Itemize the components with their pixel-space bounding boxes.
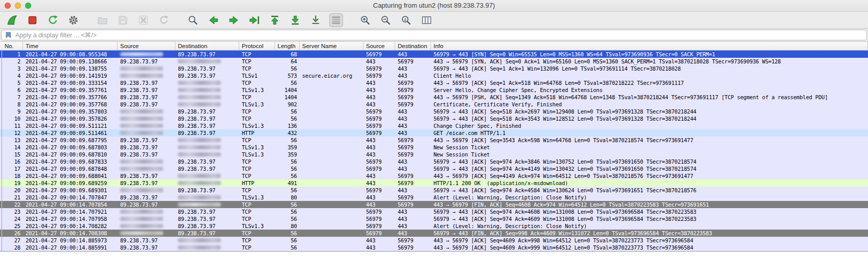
column-header-source[interactable]: Source bbox=[118, 42, 175, 50]
packet-row[interactable]: 262021-04-27 09:00:14.70830889.238.73.97… bbox=[0, 230, 868, 237]
packet-src-port: 443 bbox=[363, 144, 395, 151]
packet-time: 2021-04-27 09:00:09.689301 bbox=[23, 187, 118, 194]
packet-row[interactable]: 232021-04-27 09:00:14.70792189.238.73.97… bbox=[0, 208, 868, 215]
packet-source: 89.238.73.97 bbox=[118, 172, 175, 179]
capture-options-button[interactable] bbox=[66, 13, 80, 27]
packet-row[interactable]: 192021-04-27 09:00:09.68925989.238.73.97… bbox=[0, 179, 868, 187]
blurred-ip bbox=[120, 188, 163, 192]
packet-source: 89.238.73.97 bbox=[118, 194, 175, 201]
packet-info: Certificate, Certificate Verify, Finishe… bbox=[431, 101, 868, 108]
blurred-ip bbox=[178, 238, 221, 242]
related-packet-tick bbox=[0, 51, 4, 58]
packet-server-name bbox=[300, 101, 363, 108]
packet-row[interactable]: 212021-04-27 09:00:14.70784789.238.73.97… bbox=[0, 194, 868, 201]
packet-time: 2021-04-27 09:00:09.687795 bbox=[23, 137, 118, 144]
filter-bookmark-icon[interactable] bbox=[5, 31, 12, 39]
packet-no: 3 bbox=[0, 65, 23, 72]
column-header-source-port[interactable]: Source bbox=[363, 42, 395, 50]
packet-row[interactable]: 22021-04-27 09:00:09.13866689.238.73.97T… bbox=[0, 58, 868, 65]
packet-row[interactable]: 92021-04-27 09:00:09.35780389.238.73.97T… bbox=[0, 108, 868, 115]
go-to-packet-button[interactable] bbox=[247, 13, 261, 27]
related-packet-tick bbox=[0, 151, 4, 158]
packet-row[interactable]: 152021-04-27 09:00:09.68781089.238.73.97… bbox=[0, 151, 868, 158]
restart-capture-button[interactable] bbox=[46, 13, 60, 27]
packet-time: 2021-04-27 09:00:09.333154 bbox=[23, 79, 118, 86]
stop-capture-button[interactable] bbox=[26, 13, 39, 27]
packet-row[interactable]: 42021-04-27 09:00:09.14191989.238.73.97T… bbox=[0, 72, 868, 79]
packet-row[interactable]: 102021-04-27 09:00:09.35782689.238.73.97… bbox=[0, 115, 868, 122]
packet-protocol: TCP bbox=[239, 94, 275, 101]
packet-time: 2021-04-27 09:00:09.357826 bbox=[23, 115, 118, 122]
packet-destination: 89.238.73.97 bbox=[175, 208, 239, 215]
column-header-info[interactable]: Info bbox=[431, 42, 868, 50]
packet-row[interactable]: 12021-04-27 09:00:08.95534889.238.73.97T… bbox=[0, 51, 868, 58]
related-packet-tick bbox=[0, 230, 4, 237]
packet-row[interactable]: 282021-04-27 09:00:14.88599189.238.73.97… bbox=[0, 244, 868, 251]
auto-scroll-button[interactable] bbox=[309, 13, 323, 27]
packet-destination: 89.238.73.97 bbox=[175, 51, 239, 58]
packet-row[interactable]: 82021-04-27 09:00:09.35776889.238.73.97T… bbox=[0, 101, 868, 108]
packet-src-port: 443 bbox=[363, 237, 395, 244]
packet-row[interactable]: 162021-04-27 09:00:09.68783389.238.73.97… bbox=[0, 158, 868, 165]
related-packet-tick bbox=[0, 86, 4, 94]
zoom-button[interactable] bbox=[25, 3, 31, 9]
related-packet-tick bbox=[0, 58, 4, 65]
packet-info: 56979 → 443 [ACK] Seq=974 Ack=4609 Win=1… bbox=[431, 215, 868, 222]
go-forward-button[interactable] bbox=[227, 13, 241, 27]
packet-row[interactable]: 32021-04-27 09:00:09.13875589.238.73.97T… bbox=[0, 65, 868, 72]
arrow-right-icon bbox=[228, 14, 240, 26]
packet-server-name bbox=[300, 201, 363, 208]
blurred-ip bbox=[120, 224, 163, 228]
packet-protocol: TLSv1.3 bbox=[239, 122, 275, 129]
packet-row[interactable]: 52021-04-27 09:00:09.33315489.238.73.97T… bbox=[0, 79, 868, 86]
packet-protocol: TLSv1.3 bbox=[239, 101, 275, 108]
packet-row[interactable]: 62021-04-27 09:00:09.35776189.238.73.97T… bbox=[0, 86, 868, 94]
packet-row[interactable]: 132021-04-27 09:00:09.68779589.238.73.97… bbox=[0, 137, 868, 144]
column-header-protocol[interactable]: Protocol bbox=[239, 42, 275, 50]
packet-row[interactable]: 122021-04-27 09:00:09.51146189.238.73.97… bbox=[0, 129, 868, 137]
packet-row[interactable]: 172021-04-27 09:00:09.68784889.238.73.97… bbox=[0, 165, 868, 172]
find-packet-button[interactable] bbox=[186, 13, 200, 27]
packet-row[interactable]: 272021-04-27 09:00:14.88597389.238.73.97… bbox=[0, 237, 868, 244]
column-header-destination-port[interactable]: Destination bbox=[395, 42, 431, 50]
packet-row[interactable]: 202021-04-27 09:00:09.68930189.238.73.97… bbox=[0, 187, 868, 194]
packet-row[interactable]: 72021-04-27 09:00:09.35776689.238.73.97T… bbox=[0, 94, 868, 101]
packet-src-port: 443 bbox=[363, 58, 395, 65]
column-header-time[interactable]: Time bbox=[23, 42, 118, 50]
column-header-destination[interactable]: Destination bbox=[175, 42, 239, 50]
display-filter-field[interactable] bbox=[1, 30, 867, 40]
packet-row[interactable]: 182021-04-27 09:00:09.68804189.238.73.97… bbox=[0, 172, 868, 179]
zoom-100-button[interactable] bbox=[399, 13, 413, 27]
gear-icon bbox=[67, 14, 79, 26]
related-packet-tick bbox=[0, 194, 4, 201]
column-header-length[interactable]: Length bbox=[275, 42, 300, 50]
window-title: Capturing from utun2 (host 89.238.73.97) bbox=[0, 0, 868, 11]
packet-source bbox=[118, 108, 175, 115]
packet-row[interactable]: 242021-04-27 09:00:14.70795889.238.73.97… bbox=[0, 215, 868, 222]
display-filter-input[interactable] bbox=[15, 31, 863, 39]
packet-time: 2021-04-27 09:00:14.707854 bbox=[23, 201, 118, 208]
close-button[interactable] bbox=[5, 3, 11, 9]
go-to-last-packet-button[interactable] bbox=[288, 13, 302, 27]
packet-row[interactable]: 252021-04-27 09:00:14.70828289.238.73.97… bbox=[0, 222, 868, 230]
packet-row[interactable]: 142021-04-27 09:00:09.68780389.238.73.97… bbox=[0, 144, 868, 151]
go-back-button[interactable] bbox=[207, 13, 220, 27]
packet-server-name bbox=[300, 144, 363, 151]
packet-destination: 89.238.73.97 bbox=[175, 222, 239, 230]
start-capture-button[interactable] bbox=[5, 13, 19, 27]
packet-protocol: TCP bbox=[239, 187, 275, 194]
zoom-in-button[interactable] bbox=[358, 13, 372, 27]
packet-time: 2021-04-27 09:00:08.955348 bbox=[23, 51, 118, 58]
packet-dst-port: 443 bbox=[395, 115, 431, 122]
packet-destination: 89.238.73.97 bbox=[175, 230, 239, 237]
resize-columns-button[interactable] bbox=[420, 13, 433, 27]
colorize-packets-button[interactable] bbox=[329, 13, 343, 27]
packet-row[interactable]: 112021-04-27 09:00:09.51112189.238.73.97… bbox=[0, 122, 868, 129]
packet-no: 18 bbox=[0, 172, 23, 179]
zoom-out-button[interactable] bbox=[379, 13, 393, 27]
packet-row[interactable]: 222021-04-27 09:00:14.70785489.238.73.97… bbox=[0, 201, 868, 208]
column-header-server-name[interactable]: Server Name bbox=[300, 42, 363, 50]
minimize-button[interactable] bbox=[15, 3, 21, 9]
column-header-no[interactable]: No. bbox=[0, 42, 23, 50]
go-to-first-packet-button[interactable] bbox=[268, 13, 282, 27]
